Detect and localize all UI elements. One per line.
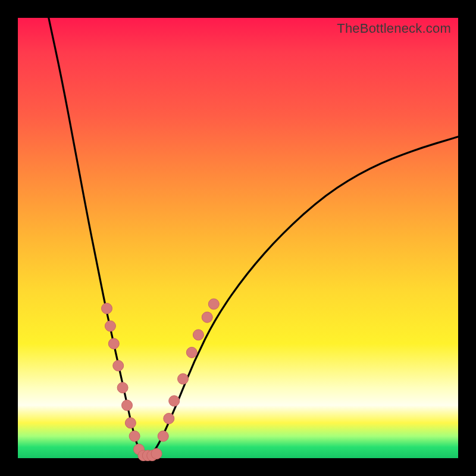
curve-marker [151, 449, 162, 459]
curve-marker [164, 413, 174, 424]
curve-marker [113, 361, 124, 371]
curve-marker [105, 321, 115, 331]
curve-marker [102, 303, 112, 314]
curve-marker [202, 312, 212, 322]
curve-marker [178, 374, 189, 384]
curve-marker [125, 418, 136, 428]
curve-marker [186, 347, 197, 358]
curve-marker [108, 339, 119, 349]
curve-markers [102, 299, 220, 461]
curve-marker [208, 299, 219, 309]
curve-marker [193, 330, 203, 340]
plot-area: TheBottleneck.com [18, 18, 458, 458]
chart-frame: TheBottleneck.com [0, 0, 476, 476]
curve-svg [18, 18, 458, 458]
bottleneck-curve [49, 18, 458, 456]
curve-marker [129, 431, 140, 441]
curve-marker [117, 383, 128, 393]
curve-marker [122, 400, 133, 411]
curve-marker [169, 396, 180, 406]
curve-marker [158, 431, 168, 441]
